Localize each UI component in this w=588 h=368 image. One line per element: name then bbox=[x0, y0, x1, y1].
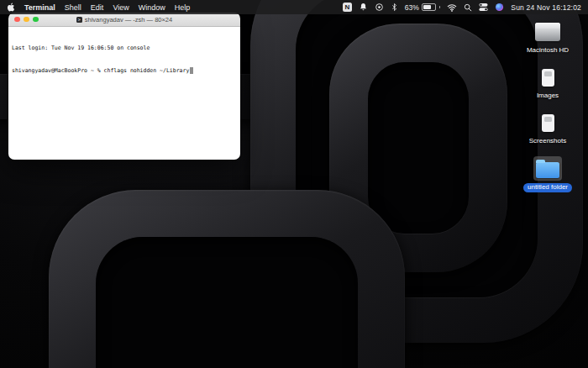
terminal-cursor bbox=[190, 67, 193, 74]
desktop-icon-macintosh-hd[interactable]: Macintosh HD bbox=[517, 20, 578, 55]
wallpaper-tube-bottom-left-hole bbox=[96, 237, 358, 368]
apple-menu[interactable] bbox=[7, 3, 15, 12]
wifi-icon[interactable] bbox=[447, 3, 457, 12]
terminal-window: > shivangyadav — -zsh — 80×24 Last login… bbox=[8, 13, 240, 160]
menu-terminal[interactable]: Terminal bbox=[24, 3, 55, 12]
hard-drive-icon bbox=[535, 23, 560, 41]
screen-recording-icon[interactable] bbox=[375, 3, 384, 12]
battery-nub bbox=[439, 6, 441, 8]
desktop-icon-label: Macintosh HD bbox=[522, 46, 573, 55]
desktop-icon-label: Screenshots bbox=[525, 137, 570, 146]
terminal-content[interactable]: Last login: Tue Nov 19 16:06:50 on conso… bbox=[8, 27, 240, 160]
terminal-proxy-icon: > bbox=[76, 17, 82, 23]
desktop-icon-images[interactable]: Images bbox=[517, 66, 578, 101]
apple-logo-icon bbox=[7, 3, 15, 12]
terminal-title: > shivangyadav — -zsh — 80×24 bbox=[8, 16, 240, 24]
battery-percent-label: 63% bbox=[405, 3, 419, 12]
desktop-icon-screenshots[interactable]: Screenshots bbox=[517, 112, 578, 146]
menu-help[interactable]: Help bbox=[175, 3, 191, 12]
desktop-icon-untitled-folder[interactable]: untitled folder bbox=[517, 156, 578, 192]
close-button[interactable] bbox=[14, 17, 20, 23]
battery-icon bbox=[422, 3, 436, 11]
notion-menu-icon[interactable]: N bbox=[343, 3, 352, 12]
bluetooth-icon[interactable] bbox=[391, 3, 398, 12]
terminal-title-bar[interactable]: > shivangyadav — -zsh — 80×24 bbox=[8, 13, 240, 27]
wallpaper-tube-right-inner-hole bbox=[368, 62, 469, 234]
siri-icon[interactable] bbox=[495, 3, 504, 12]
menu-shell[interactable]: Shell bbox=[65, 3, 81, 12]
menu-window[interactable]: Window bbox=[139, 3, 165, 12]
desktop[interactable]: Terminal Shell Edit View Window Help N 6… bbox=[0, 0, 588, 368]
menu-view[interactable]: View bbox=[113, 3, 129, 12]
minimize-button[interactable] bbox=[24, 17, 29, 23]
spotlight-search-icon[interactable] bbox=[464, 3, 472, 12]
wallpaper-tube-bottom-left bbox=[49, 190, 405, 368]
desktop-icon-label: untitled folder bbox=[523, 183, 572, 192]
menu-bar-status: N 63% bbox=[343, 3, 581, 12]
control-center-icon[interactable] bbox=[479, 3, 488, 12]
desktop-icon-label: Images bbox=[533, 92, 563, 101]
menu-bar-left: Terminal Shell Edit View Window Help bbox=[7, 3, 190, 12]
menu-bar-clock[interactable]: Sun 24 Nov 16:12:02 bbox=[511, 3, 581, 12]
terminal-line-last-login: Last login: Tue Nov 19 16:06:50 on conso… bbox=[12, 45, 237, 52]
folder-icon bbox=[536, 162, 559, 178]
external-device-icon bbox=[542, 69, 554, 87]
zoom-button[interactable] bbox=[33, 17, 39, 23]
notifications-bell-icon[interactable] bbox=[359, 3, 368, 12]
battery-indicator[interactable]: 63% bbox=[405, 3, 441, 12]
terminal-prompt-text: shivangyadav@MacBookPro ~ % chflags nohi… bbox=[12, 67, 189, 74]
menu-edit[interactable]: Edit bbox=[91, 3, 104, 12]
terminal-title-label: shivangyadav — -zsh — 80×24 bbox=[85, 16, 172, 24]
menu-bar: Terminal Shell Edit View Window Help N 6… bbox=[0, 0, 588, 14]
terminal-line-prompt: shivangyadav@MacBookPro ~ % chflags nohi… bbox=[12, 67, 237, 75]
desktop-icons: Macintosh HD Images Screenshots untitled… bbox=[517, 20, 578, 192]
window-controls bbox=[14, 17, 39, 23]
external-device-icon bbox=[542, 114, 554, 132]
